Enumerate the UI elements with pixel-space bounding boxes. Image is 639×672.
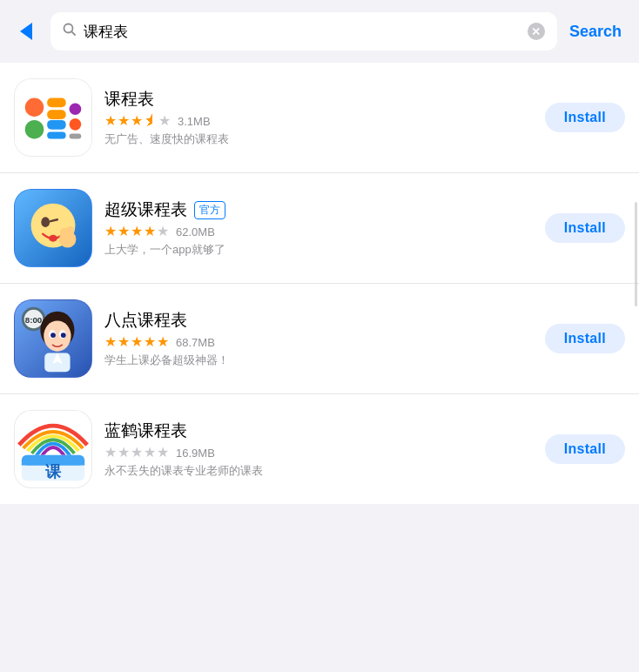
star-4: ★ [144, 446, 156, 460]
svg-rect-10 [70, 118, 82, 131]
star-2: ★ [118, 225, 130, 239]
search-input[interactable]: 课程表 [84, 22, 521, 42]
official-badge: 官方 [194, 201, 225, 219]
install-button-lanhekechengbiao[interactable]: Install [545, 434, 625, 464]
app-info-lanhekechengbiao: 蓝鹤课程表 ★ ★ ★ ★ ★ 16.9MB 永不丢失的课表专业老师的课表 [104, 420, 533, 479]
app-item-superkechengbiao: 超级课程表 官方 ★ ★ ★ ★ ★ 62.0MB 上大学，一个app就够了 I… [0, 173, 639, 284]
scroll-indicator [635, 202, 637, 306]
star-2: ★ [118, 335, 130, 349]
star-3: ★ [131, 114, 143, 128]
svg-line-1 [71, 31, 75, 35]
star-2: ★ [118, 446, 130, 460]
svg-rect-4 [25, 120, 44, 139]
stars-4: ★ ★ ★ ★ ★ [104, 446, 169, 460]
back-button[interactable] [10, 16, 42, 47]
search-icon [63, 23, 77, 40]
star-3: ★ [131, 225, 143, 239]
svg-text:课: 课 [45, 463, 62, 480]
app-size-3: 68.7MB [176, 336, 215, 349]
stars: ★ ★ ★ ⯨ ★ [104, 114, 171, 128]
svg-rect-5 [47, 98, 66, 108]
star-1: ★ [104, 225, 117, 239]
svg-rect-3 [25, 98, 44, 118]
app-name-4: 蓝鹤课程表 [104, 420, 187, 442]
svg-rect-7 [47, 120, 66, 130]
svg-rect-8 [47, 132, 66, 139]
app-desc-2: 上大学，一个app就够了 [104, 242, 533, 258]
star-4: ★ [144, 335, 156, 349]
app-item-lanhekechengbiao: 课 蓝鹤课程表 ★ ★ ★ ★ ★ 16.9MB 永不丢失的课表专业老师的课表 … [0, 394, 639, 504]
star-1: ★ [104, 446, 117, 460]
svg-text:8:00: 8:00 [25, 315, 43, 325]
rating-row-3: ★ ★ ★ ★ ★ 68.7MB [104, 335, 533, 349]
app-name-row-2: 超级课程表 官方 [104, 198, 533, 221]
search-button[interactable]: Search [566, 23, 625, 41]
app-item-badiankechengbiao: 8:00 八点课程表 [0, 284, 639, 394]
app-size-4: 16.9MB [176, 447, 215, 460]
app-icon-badiankechengbiao: 8:00 [14, 299, 92, 378]
app-name-row-4: 蓝鹤课程表 [104, 420, 533, 442]
svg-point-29 [61, 333, 66, 338]
rating-row: ★ ★ ★ ⯨ ★ 3.1MB [104, 114, 533, 128]
svg-point-14 [41, 217, 50, 227]
app-info-superkechengbiao: 超级课程表 官方 ★ ★ ★ ★ ★ 62.0MB 上大学，一个app就够了 [104, 198, 533, 258]
star-2: ★ [118, 114, 130, 128]
star-4: ⯨ [144, 114, 158, 128]
star-1: ★ [104, 335, 117, 349]
svg-point-28 [50, 333, 56, 338]
rating-row-2: ★ ★ ★ ★ ★ 62.0MB [104, 225, 533, 239]
app-size: 3.1MB [178, 115, 211, 128]
star-5: ★ [157, 446, 169, 460]
app-name-2: 超级课程表 [104, 198, 187, 221]
stars-3: ★ ★ ★ ★ ★ [104, 335, 169, 349]
clear-icon: ✕ [531, 26, 541, 37]
star-3: ★ [131, 335, 143, 349]
star-5: ★ [157, 225, 169, 239]
app-item-kechengbiao: 课程表 ★ ★ ★ ⯨ ★ 3.1MB 无广告、速度快的课程表 Install [0, 63, 639, 173]
app-desc-3: 学生上课必备超级神器！ [104, 353, 533, 368]
app-info-kechengbiao: 课程表 ★ ★ ★ ⯨ ★ 3.1MB 无广告、速度快的课程表 [104, 88, 533, 147]
app-icon-superkechengbiao [14, 189, 92, 267]
app-name-3: 八点课程表 [104, 309, 187, 332]
star-1: ★ [104, 114, 117, 128]
app-name: 课程表 [104, 88, 154, 111]
back-chevron-icon [20, 23, 32, 40]
app-info-badiankechengbiao: 八点课程表 ★ ★ ★ ★ ★ 68.7MB 学生上课必备超级神器！ [104, 309, 533, 368]
svg-point-16 [49, 235, 57, 242]
star-5: ★ [157, 335, 169, 349]
app-list: 课程表 ★ ★ ★ ⯨ ★ 3.1MB 无广告、速度快的课程表 Install [0, 63, 639, 504]
svg-rect-9 [70, 103, 82, 115]
install-button-badiankechengbiao[interactable]: Install [545, 324, 625, 353]
star-3: ★ [131, 446, 143, 460]
svg-rect-6 [47, 110, 66, 119]
svg-rect-11 [70, 134, 82, 139]
install-button-kechengbiao[interactable]: Install [545, 103, 625, 132]
app-size-2: 62.0MB [176, 225, 215, 239]
app-name-row: 课程表 [104, 88, 533, 111]
star-4: ★ [144, 225, 156, 239]
header: 课程表 ✕ Search [0, 0, 639, 63]
svg-point-19 [66, 226, 75, 235]
stars-2: ★ ★ ★ ★ ★ [104, 225, 169, 239]
search-bar[interactable]: 课程表 ✕ [50, 12, 557, 50]
rating-row-4: ★ ★ ★ ★ ★ 16.9MB [104, 446, 533, 460]
star-5: ★ [158, 114, 171, 128]
clear-button[interactable]: ✕ [528, 23, 545, 40]
app-icon-kechengbiao [14, 78, 92, 157]
install-button-superkechengbiao[interactable]: Install [545, 213, 625, 243]
app-name-row-3: 八点课程表 [104, 309, 533, 332]
app-desc: 无广告、速度快的课程表 [104, 131, 533, 147]
app-desc-4: 永不丢失的课表专业老师的课表 [104, 463, 533, 479]
app-icon-lanhekechengbiao: 课 [14, 410, 92, 488]
